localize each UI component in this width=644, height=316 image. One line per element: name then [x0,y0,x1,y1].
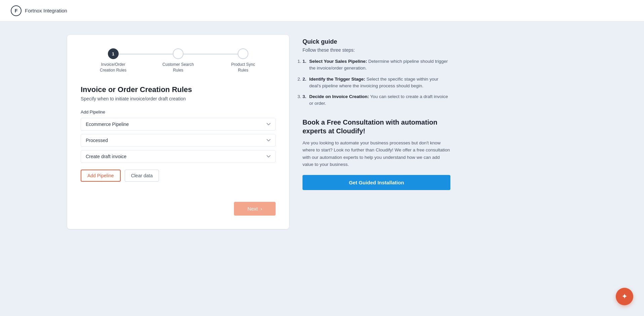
add-pipeline-button[interactable]: Add Pipeline [81,170,121,182]
stage-select[interactable]: Processed Option 2 Option 3 [81,134,276,147]
step-1-circle: 1 [108,48,119,59]
guide-steps-list: Select Your Sales Pipeline: Determine wh… [303,58,450,107]
consultation-description: Are you looking to automate your busines… [303,139,450,168]
step-1: 1 Invoice/OrderCreation Rules [81,48,146,73]
step-3-label: Product SyncRules [231,62,255,73]
step-2-label: Customer SearchRules [162,62,194,73]
fab-icon: ✦ [621,292,628,301]
stage-dropdown-wrapper: Processed Option 2 Option 3 [81,134,276,147]
next-btn-wrapper: Next › [81,202,276,216]
logo-letter: F [15,8,18,13]
guide-step-3: Decide on Invoice Creation: You can sele… [303,93,450,107]
add-pipeline-label: Add Pipeline [81,109,276,115]
right-panel: Quick guide Follow these three steps: Se… [303,35,450,190]
pipeline-select[interactable]: Ecommerce Pipeline Pipeline 2 Pipeline 3 [81,118,276,131]
app-title: Fortnox Integration [25,8,67,13]
step-1-number: 1 [112,51,114,56]
guide-step-3-bold: Decide on Invoice Creation: [309,94,369,99]
guide-step-2-bold: Identify the Trigger Stage: [309,77,365,82]
guide-step-1: Select Your Sales Pipeline: Determine wh… [303,58,450,72]
step-3-circle [238,48,248,59]
invoice-type-select[interactable]: Create draft invoice Create order Create… [81,150,276,163]
consultation-title: Book a Free Consultation with automation… [303,118,450,135]
next-button-label: Next [247,206,258,212]
main-card: 1 Invoice/OrderCreation Rules Customer S… [67,35,289,229]
app-header: F Fortnox Integration [0,0,644,21]
guide-step-1-bold: Select Your Sales Pipeline: [309,59,367,64]
step-2-circle [173,48,184,59]
action-buttons: Add Pipeline Clear data [81,170,276,182]
invoice-type-dropdown-wrapper: Create draft invoice Create order Create… [81,150,276,163]
pipeline-dropdown-wrapper: Ecommerce Pipeline Pipeline 2 Pipeline 3 [81,118,276,131]
step-3: Product SyncRules [211,48,276,73]
form-subtitle: Specify when to initiate invoice/order d… [81,96,276,101]
stepper: 1 Invoice/OrderCreation Rules Customer S… [81,48,276,73]
quick-guide-subtitle: Follow these three steps: [303,47,450,53]
next-button[interactable]: Next › [234,202,276,216]
step-1-label: Invoice/OrderCreation Rules [100,62,126,73]
next-arrow-icon: › [260,206,262,212]
form-title: Invoice or Order Creation Rules [81,85,276,94]
step-2: Customer SearchRules [146,48,210,73]
logo-wrapper: F Fortnox Integration [11,5,67,16]
guide-step-2: Identify the Trigger Stage: Select the s… [303,76,450,90]
get-guided-installation-button[interactable]: Get Guided Installation [303,175,450,190]
main-content: 1 Invoice/OrderCreation Rules Customer S… [0,21,644,242]
clear-data-button[interactable]: Clear data [125,170,159,182]
fab-button[interactable]: ✦ [616,288,633,305]
logo-icon: F [11,5,22,16]
quick-guide-title: Quick guide [303,38,450,45]
